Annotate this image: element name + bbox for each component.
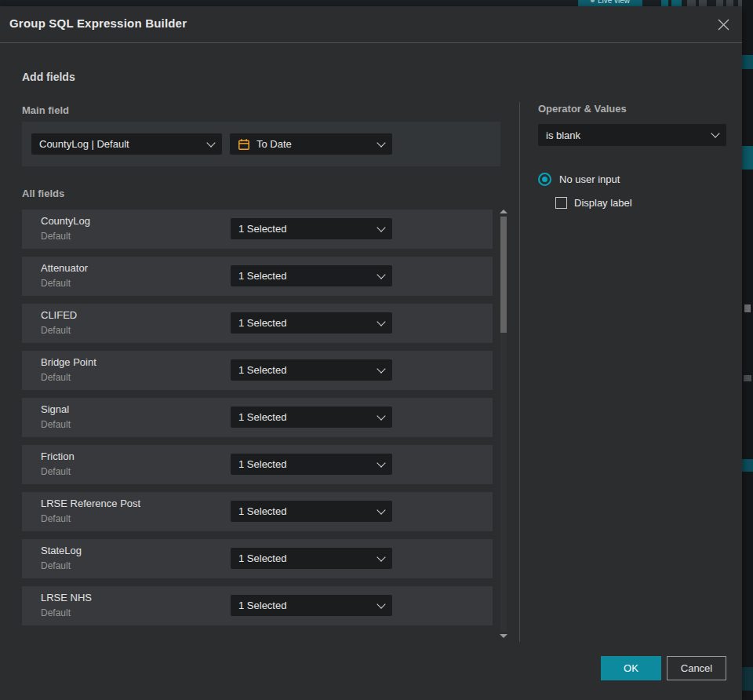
- calendar-icon: [238, 138, 250, 151]
- background-app-edge: [742, 0, 753, 700]
- field-name: LRSE Reference Post: [41, 498, 140, 509]
- toolbar-icon: [716, 0, 723, 6]
- main-field-label: Main field: [22, 104, 69, 116]
- field-row: StateLog Default 1 Selected: [22, 539, 493, 578]
- main-field-dropdown[interactable]: CountyLog | Default: [31, 133, 222, 155]
- field-row: Friction Default 1 Selected: [22, 445, 493, 484]
- scrollbar-thumb[interactable]: [500, 217, 507, 333]
- close-button[interactable]: [714, 15, 733, 34]
- no-user-input-label: No user input: [559, 173, 620, 185]
- field-selection-value: 1 Selected: [238, 458, 372, 470]
- chevron-down-icon: [206, 138, 215, 147]
- dialog-title: Group SQL Expression Builder: [9, 16, 187, 30]
- all-fields-label: All fields: [22, 188, 64, 199]
- chevron-down-icon: [376, 317, 385, 326]
- field-selection-dropdown[interactable]: 1 Selected: [231, 454, 392, 475]
- radio-selected-icon[interactable]: [538, 173, 551, 186]
- field-row: Signal Default 1 Selected: [22, 398, 493, 437]
- chevron-down-icon: [376, 138, 385, 147]
- field-selection-dropdown[interactable]: 1 Selected: [231, 407, 392, 428]
- field-row: LRSE NHS Default 1 Selected: [22, 586, 493, 625]
- cancel-button[interactable]: Cancel: [667, 656, 726, 680]
- chevron-down-icon: [376, 270, 385, 279]
- field-subtitle: Default: [41, 560, 71, 571]
- field-selection-dropdown[interactable]: 1 Selected: [231, 501, 392, 522]
- display-label-label: Display label: [574, 197, 632, 209]
- panel-divider: [519, 102, 520, 642]
- field-selection-dropdown[interactable]: 1 Selected: [231, 595, 392, 616]
- no-user-input-radio-row[interactable]: No user input: [538, 173, 620, 186]
- field-selection-value: 1 Selected: [238, 364, 372, 376]
- field-name: Bridge Point: [41, 356, 96, 368]
- field-selection-value: 1 Selected: [238, 270, 372, 282]
- all-fields-list: CountyLog Default 1 Selected Attenuator …: [22, 210, 493, 633]
- toolbar-icon: [671, 0, 682, 6]
- chevron-down-icon: [376, 505, 385, 514]
- display-label-checkbox-row[interactable]: Display label: [555, 197, 632, 209]
- chevron-down-icon: [711, 129, 719, 137]
- main-field-dropdown-value: CountyLog | Default: [39, 138, 202, 150]
- chevron-down-icon: [376, 364, 385, 373]
- field-selection-dropdown[interactable]: 1 Selected: [231, 359, 392, 381]
- field-selection-dropdown[interactable]: 1 Selected: [231, 265, 392, 286]
- field-selection-value: 1 Selected: [238, 505, 372, 517]
- background-edge-block: [742, 146, 753, 170]
- chevron-down-icon: [376, 600, 385, 608]
- field-name: Signal: [41, 403, 69, 415]
- toolbar-icon: [687, 0, 696, 6]
- background-edge-block: [742, 55, 753, 69]
- field-name: Friction: [41, 450, 75, 462]
- field-name: Attenuator: [41, 262, 88, 274]
- chevron-down-icon: [376, 411, 385, 420]
- background-edge-block: [742, 459, 753, 472]
- live-view-button[interactable]: Live view: [578, 0, 642, 6]
- group-sql-expression-builder-dialog: Group SQL Expression Builder Add fields …: [0, 6, 742, 700]
- field-subtitle: Default: [41, 513, 71, 524]
- field-subtitle: Default: [41, 325, 71, 336]
- chevron-down-icon: [376, 458, 385, 467]
- field-selection-dropdown[interactable]: 1 Selected: [231, 218, 392, 239]
- fields-scrollbar[interactable]: [499, 210, 508, 638]
- operator-dropdown-value: is blank: [546, 129, 706, 141]
- live-view-label: Live view: [598, 0, 630, 5]
- field-row: CountyLog Default 1 Selected: [22, 210, 493, 249]
- chevron-down-icon: [376, 552, 385, 561]
- field-name: StateLog: [41, 545, 82, 556]
- field-subtitle: Default: [41, 607, 71, 618]
- chevron-down-icon: [376, 223, 385, 232]
- dialog-header: Group SQL Expression Builder: [0, 6, 742, 43]
- field-row: LRSE Reference Post Default 1 Selected: [22, 492, 493, 531]
- background-edge-block: [742, 667, 753, 691]
- field-name: CLIFED: [41, 309, 77, 321]
- operator-values-label: Operator & Values: [538, 103, 627, 115]
- field-selection-value: 1 Selected: [238, 552, 372, 564]
- add-fields-heading: Add fields: [22, 71, 75, 83]
- field-name: CountyLog: [41, 215, 90, 227]
- field-type-dropdown-value: To Date: [256, 138, 372, 150]
- field-subtitle: Default: [41, 278, 71, 289]
- field-row: Attenuator Default 1 Selected: [22, 257, 493, 296]
- field-subtitle: Default: [41, 372, 71, 383]
- field-name: LRSE NHS: [41, 592, 92, 603]
- background-top-bar: Live view: [0, 0, 753, 6]
- field-row: Bridge Point Default 1 Selected: [22, 351, 493, 390]
- operator-dropdown[interactable]: is blank: [538, 124, 726, 146]
- live-view-dot-icon: [591, 0, 595, 2]
- field-selection-value: 1 Selected: [238, 411, 372, 423]
- close-icon: [718, 19, 729, 31]
- toolbar-icon: [661, 0, 668, 6]
- toolbar-icon: [726, 0, 733, 6]
- toolbar-icon: [699, 0, 707, 6]
- radio-dot: [542, 177, 547, 182]
- field-selection-dropdown[interactable]: 1 Selected: [231, 312, 392, 334]
- field-selection-dropdown[interactable]: 1 Selected: [231, 548, 392, 569]
- scroll-down-arrow-icon[interactable]: [500, 634, 507, 638]
- checkbox-unchecked-icon[interactable]: [555, 197, 567, 209]
- ok-button[interactable]: OK: [601, 656, 661, 680]
- field-selection-value: 1 Selected: [238, 317, 372, 329]
- field-subtitle: Default: [41, 231, 71, 242]
- field-type-dropdown[interactable]: To Date: [230, 133, 392, 155]
- scroll-up-arrow-icon[interactable]: [500, 210, 507, 213]
- field-selection-value: 1 Selected: [238, 223, 372, 235]
- field-selection-value: 1 Selected: [238, 600, 372, 611]
